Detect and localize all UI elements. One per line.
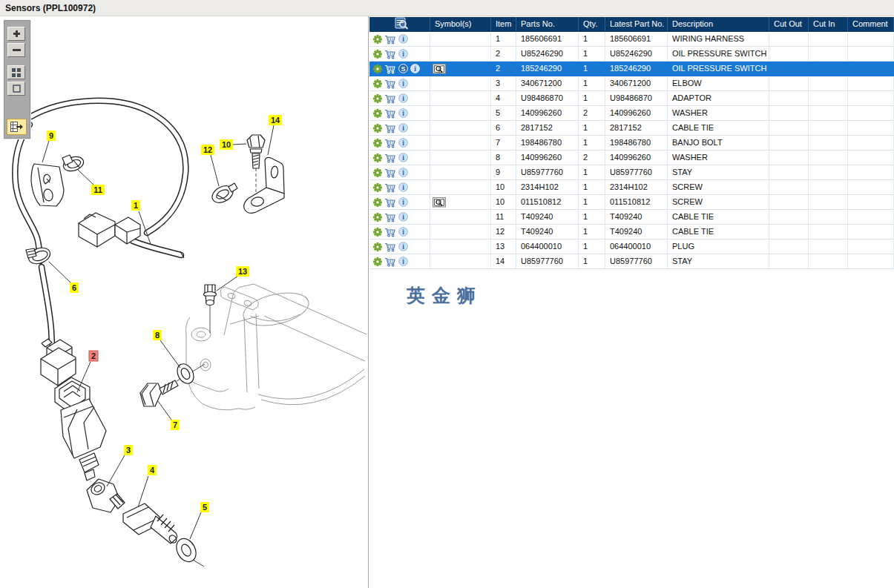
gear-icon[interactable] <box>373 94 382 103</box>
table-row[interactable]: i11856066911185606691WIRING HARNESS <box>369 32 894 47</box>
cart-icon[interactable] <box>384 242 396 252</box>
table-row[interactable]: i51409962602140996260WASHER <box>369 106 894 121</box>
column-header-symbol-s-[interactable]: Symbol(s) <box>430 17 491 32</box>
s-badge-icon[interactable]: S <box>398 64 408 73</box>
gear-icon[interactable] <box>373 213 382 222</box>
info-icon[interactable]: i <box>398 197 408 207</box>
info-icon[interactable]: i <box>398 242 408 251</box>
column-header-comment[interactable]: Comment <box>848 17 894 32</box>
info-icon[interactable]: i <box>398 49 408 59</box>
table-row[interactable]: i4U984868701U98486870ADAPTOR <box>369 91 894 106</box>
table-row[interactable]: i130644000101064400010PLUG <box>369 240 894 254</box>
washer-5[interactable] <box>173 535 204 566</box>
symbol-book-magnifier-icon[interactable] <box>433 63 446 74</box>
info-icon[interactable]: i <box>410 64 420 73</box>
banjo-bolt-7[interactable] <box>140 364 205 406</box>
cart-icon[interactable] <box>384 93 396 104</box>
callout-9[interactable]: 9 <box>42 131 56 162</box>
gear-icon[interactable] <box>373 124 382 133</box>
gear-icon[interactable] <box>373 50 382 59</box>
callout-14[interactable]: 14 <box>268 115 282 155</box>
column-header-cut-out[interactable]: Cut Out <box>769 17 809 32</box>
info-icon[interactable]: i <box>398 123 408 133</box>
symbol-book-magnifier-icon[interactable] <box>433 196 446 208</box>
callout-12[interactable]: 12 <box>201 145 219 186</box>
callout-10[interactable]: 10 <box>220 139 246 150</box>
table-row[interactable]: i14U859777601U85977760STAY <box>369 254 894 269</box>
gear-icon[interactable] <box>373 228 382 237</box>
cart-icon[interactable] <box>384 138 396 148</box>
elbow-3[interactable] <box>87 479 125 512</box>
gear-icon[interactable] <box>373 139 382 148</box>
cart-icon[interactable] <box>384 34 396 44</box>
table-row[interactable]: i33406712001340671200ELBOW <box>369 76 894 91</box>
cable-clip-12[interactable] <box>209 182 237 206</box>
adaptor-4[interactable] <box>123 503 178 544</box>
cart-icon[interactable] <box>384 153 396 163</box>
table-row[interactable]: i11T4092401T409240CABLE TIE <box>369 210 894 225</box>
table-row[interactable]: i12T4092401T409240CABLE TIE <box>369 225 894 240</box>
cable-clip-11[interactable] <box>62 154 85 174</box>
gear-icon[interactable] <box>373 242 382 251</box>
gear-icon[interactable] <box>373 198 382 207</box>
info-icon[interactable]: i <box>398 34 408 44</box>
column-header-item[interactable]: Item <box>491 17 516 32</box>
info-icon[interactable]: i <box>398 257 408 266</box>
gear-icon[interactable] <box>373 79 382 88</box>
callout-13[interactable]: 13 <box>217 266 249 291</box>
table-row[interactable]: i81409962602140996260WASHER <box>369 151 894 165</box>
gear-icon[interactable] <box>373 109 382 118</box>
column-header-latest-part-no-[interactable]: Latest Part No. <box>605 17 668 32</box>
info-icon[interactable]: i <box>398 138 408 148</box>
cart-icon[interactable] <box>384 227 396 237</box>
zoom-in-button[interactable] <box>7 27 25 41</box>
info-icon[interactable]: i <box>398 227 408 237</box>
cart-icon[interactable] <box>384 197 396 208</box>
cart-icon[interactable] <box>384 168 396 178</box>
cart-icon[interactable] <box>384 182 396 193</box>
callout-6[interactable]: 6 <box>49 262 79 293</box>
table-row[interactable]: i2U852462901U85246290OIL PRESSURE SWITCH <box>369 47 894 62</box>
table-row[interactable]: i71984867801198486780BANJO BOLT <box>369 136 894 151</box>
plug-13[interactable] <box>204 285 217 333</box>
callout-5[interactable]: 5 <box>190 502 209 539</box>
tile-view-button[interactable] <box>7 65 25 79</box>
callout-3[interactable]: 3 <box>107 445 133 486</box>
single-view-button[interactable] <box>7 82 25 96</box>
table-row[interactable]: i100115108121011510812SCREW <box>369 195 894 210</box>
info-icon[interactable]: i <box>398 108 408 118</box>
gear-icon[interactable] <box>373 35 382 44</box>
callout-8[interactable]: 8 <box>153 330 180 368</box>
table-row[interactable]: i9U859777601U85977760STAY <box>369 165 894 180</box>
oil-pressure-switch-2[interactable] <box>55 377 106 480</box>
cart-icon[interactable] <box>384 257 396 267</box>
stay-bracket-9[interactable] <box>31 164 64 206</box>
column-header-description[interactable]: Description <box>668 17 769 32</box>
cart-icon[interactable] <box>384 79 396 89</box>
pane-divider[interactable] <box>368 16 369 588</box>
table-row[interactable]: Si21852462901185246290OIL PRESSURE SWITC… <box>369 62 894 76</box>
gear-icon[interactable] <box>373 168 382 177</box>
callout-11[interactable]: 11 <box>78 170 105 195</box>
toggle-parts-list-button[interactable] <box>7 119 27 135</box>
callout-7[interactable]: 7 <box>158 401 180 430</box>
column-header-cut-in[interactable]: Cut In <box>809 17 848 32</box>
callout-4[interactable]: 4 <box>138 465 157 507</box>
cart-icon[interactable] <box>384 108 396 119</box>
info-icon[interactable]: i <box>398 79 408 88</box>
parts-search-icon[interactable] <box>395 17 409 30</box>
stay-bracket-14[interactable] <box>244 157 284 213</box>
info-icon[interactable]: i <box>398 93 408 103</box>
zoom-out-button[interactable] <box>7 43 25 57</box>
table-row[interactable]: i102314H10212314H102SCREW <box>369 180 894 195</box>
gear-icon[interactable] <box>373 65 382 73</box>
column-header-qty-[interactable]: Qty. <box>579 17 605 32</box>
gear-icon[interactable] <box>373 183 382 192</box>
info-icon[interactable]: i <box>398 182 408 192</box>
gear-icon[interactable] <box>373 257 382 266</box>
cart-icon[interactable] <box>384 64 396 74</box>
info-icon[interactable]: i <box>398 153 408 162</box>
column-header-actions[interactable] <box>369 17 430 32</box>
screw-10[interactable] <box>247 135 265 199</box>
gear-icon[interactable] <box>373 153 382 162</box>
